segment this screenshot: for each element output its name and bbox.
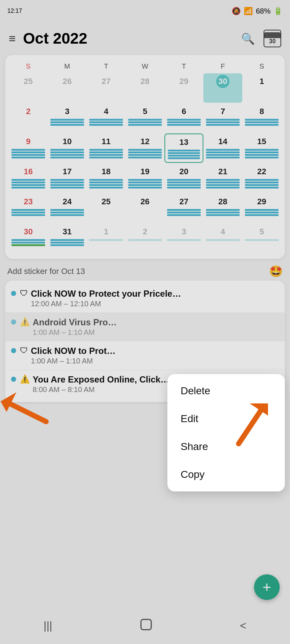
context-delete[interactable]: Delete [167,377,285,405]
context-copy[interactable]: Copy [167,461,285,489]
svg-line-1 [11,393,46,433]
arrow-right-icon [224,403,268,449]
svg-line-3 [239,411,261,444]
dim-overlay [0,0,290,644]
